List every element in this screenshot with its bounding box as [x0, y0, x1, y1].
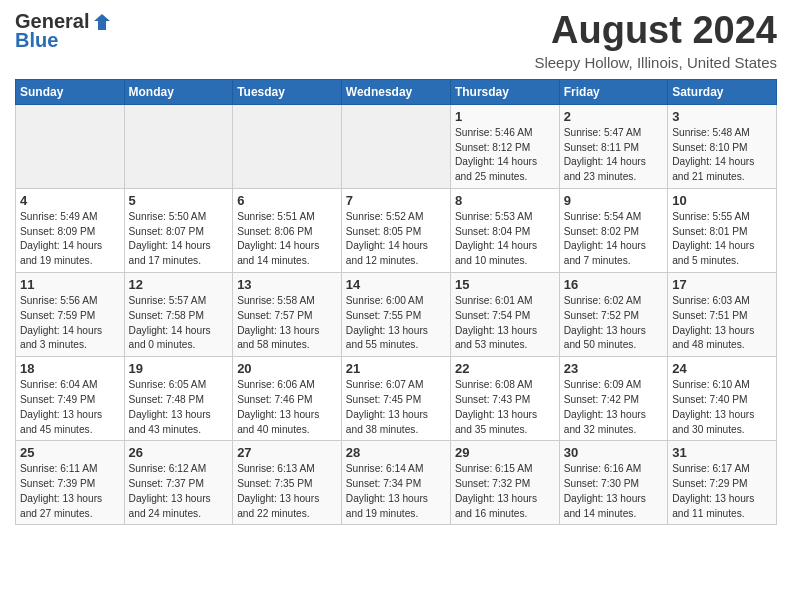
day-number: 25 — [20, 445, 120, 460]
logo-icon — [91, 11, 113, 33]
day-header-sunday: Sunday — [16, 79, 125, 104]
day-number: 24 — [672, 361, 772, 376]
day-detail: Sunrise: 5:51 AMSunset: 8:06 PMDaylight:… — [237, 210, 337, 269]
day-number: 11 — [20, 277, 120, 292]
day-number: 19 — [129, 361, 229, 376]
day-number: 31 — [672, 445, 772, 460]
calendar-cell: 5Sunrise: 5:50 AMSunset: 8:07 PMDaylight… — [124, 188, 233, 272]
day-detail: Sunrise: 6:09 AMSunset: 7:42 PMDaylight:… — [564, 378, 663, 437]
day-number: 12 — [129, 277, 229, 292]
day-number: 9 — [564, 193, 663, 208]
day-header-thursday: Thursday — [450, 79, 559, 104]
day-detail: Sunrise: 5:50 AMSunset: 8:07 PMDaylight:… — [129, 210, 229, 269]
calendar-week-2: 4Sunrise: 5:49 AMSunset: 8:09 PMDaylight… — [16, 188, 777, 272]
calendar-cell: 14Sunrise: 6:00 AMSunset: 7:55 PMDayligh… — [341, 273, 450, 357]
calendar-cell: 15Sunrise: 6:01 AMSunset: 7:54 PMDayligh… — [450, 273, 559, 357]
day-detail: Sunrise: 6:00 AMSunset: 7:55 PMDaylight:… — [346, 294, 446, 353]
calendar-cell: 6Sunrise: 5:51 AMSunset: 8:06 PMDaylight… — [233, 188, 342, 272]
calendar-cell: 11Sunrise: 5:56 AMSunset: 7:59 PMDayligh… — [16, 273, 125, 357]
calendar-cell: 31Sunrise: 6:17 AMSunset: 7:29 PMDayligh… — [668, 441, 777, 525]
day-number: 6 — [237, 193, 337, 208]
day-number: 7 — [346, 193, 446, 208]
calendar-cell: 7Sunrise: 5:52 AMSunset: 8:05 PMDaylight… — [341, 188, 450, 272]
day-detail: Sunrise: 5:57 AMSunset: 7:58 PMDaylight:… — [129, 294, 229, 353]
calendar-cell: 28Sunrise: 6:14 AMSunset: 7:34 PMDayligh… — [341, 441, 450, 525]
calendar-cell: 21Sunrise: 6:07 AMSunset: 7:45 PMDayligh… — [341, 357, 450, 441]
day-detail: Sunrise: 6:16 AMSunset: 7:30 PMDaylight:… — [564, 462, 663, 521]
day-detail: Sunrise: 6:06 AMSunset: 7:46 PMDaylight:… — [237, 378, 337, 437]
day-detail: Sunrise: 6:05 AMSunset: 7:48 PMDaylight:… — [129, 378, 229, 437]
day-number: 22 — [455, 361, 555, 376]
day-detail: Sunrise: 6:03 AMSunset: 7:51 PMDaylight:… — [672, 294, 772, 353]
calendar-week-3: 11Sunrise: 5:56 AMSunset: 7:59 PMDayligh… — [16, 273, 777, 357]
day-number: 21 — [346, 361, 446, 376]
day-detail: Sunrise: 5:53 AMSunset: 8:04 PMDaylight:… — [455, 210, 555, 269]
calendar-week-1: 1Sunrise: 5:46 AMSunset: 8:12 PMDaylight… — [16, 104, 777, 188]
header: General Blue August 2024 Sleepy Hollow, … — [15, 10, 777, 71]
day-number: 8 — [455, 193, 555, 208]
calendar-cell: 22Sunrise: 6:08 AMSunset: 7:43 PMDayligh… — [450, 357, 559, 441]
calendar-cell — [124, 104, 233, 188]
calendar-cell: 1Sunrise: 5:46 AMSunset: 8:12 PMDaylight… — [450, 104, 559, 188]
day-detail: Sunrise: 5:56 AMSunset: 7:59 PMDaylight:… — [20, 294, 120, 353]
day-number: 28 — [346, 445, 446, 460]
calendar-cell: 17Sunrise: 6:03 AMSunset: 7:51 PMDayligh… — [668, 273, 777, 357]
day-detail: Sunrise: 5:48 AMSunset: 8:10 PMDaylight:… — [672, 126, 772, 185]
day-detail: Sunrise: 5:54 AMSunset: 8:02 PMDaylight:… — [564, 210, 663, 269]
day-number: 13 — [237, 277, 337, 292]
calendar-cell: 2Sunrise: 5:47 AMSunset: 8:11 PMDaylight… — [559, 104, 667, 188]
calendar-cell — [341, 104, 450, 188]
day-number: 30 — [564, 445, 663, 460]
day-detail: Sunrise: 6:07 AMSunset: 7:45 PMDaylight:… — [346, 378, 446, 437]
day-header-saturday: Saturday — [668, 79, 777, 104]
calendar-cell: 25Sunrise: 6:11 AMSunset: 7:39 PMDayligh… — [16, 441, 125, 525]
calendar-cell: 24Sunrise: 6:10 AMSunset: 7:40 PMDayligh… — [668, 357, 777, 441]
day-number: 1 — [455, 109, 555, 124]
month-year: August 2024 — [534, 10, 777, 52]
calendar-cell — [16, 104, 125, 188]
day-detail: Sunrise: 6:01 AMSunset: 7:54 PMDaylight:… — [455, 294, 555, 353]
day-number: 16 — [564, 277, 663, 292]
day-detail: Sunrise: 6:17 AMSunset: 7:29 PMDaylight:… — [672, 462, 772, 521]
calendar-cell: 12Sunrise: 5:57 AMSunset: 7:58 PMDayligh… — [124, 273, 233, 357]
day-header-wednesday: Wednesday — [341, 79, 450, 104]
day-header-friday: Friday — [559, 79, 667, 104]
day-detail: Sunrise: 5:49 AMSunset: 8:09 PMDaylight:… — [20, 210, 120, 269]
day-detail: Sunrise: 6:12 AMSunset: 7:37 PMDaylight:… — [129, 462, 229, 521]
day-detail: Sunrise: 6:02 AMSunset: 7:52 PMDaylight:… — [564, 294, 663, 353]
calendar: SundayMondayTuesdayWednesdayThursdayFrid… — [15, 79, 777, 526]
location: Sleepy Hollow, Illinois, United States — [534, 54, 777, 71]
calendar-week-4: 18Sunrise: 6:04 AMSunset: 7:49 PMDayligh… — [16, 357, 777, 441]
day-number: 27 — [237, 445, 337, 460]
logo: General Blue — [15, 10, 113, 52]
day-number: 18 — [20, 361, 120, 376]
day-number: 5 — [129, 193, 229, 208]
calendar-cell — [233, 104, 342, 188]
calendar-cell: 8Sunrise: 5:53 AMSunset: 8:04 PMDaylight… — [450, 188, 559, 272]
calendar-cell: 30Sunrise: 6:16 AMSunset: 7:30 PMDayligh… — [559, 441, 667, 525]
day-number: 14 — [346, 277, 446, 292]
day-number: 10 — [672, 193, 772, 208]
day-number: 23 — [564, 361, 663, 376]
day-detail: Sunrise: 5:47 AMSunset: 8:11 PMDaylight:… — [564, 126, 663, 185]
day-number: 2 — [564, 109, 663, 124]
title-area: August 2024 Sleepy Hollow, Illinois, Uni… — [534, 10, 777, 71]
calendar-cell: 26Sunrise: 6:12 AMSunset: 7:37 PMDayligh… — [124, 441, 233, 525]
day-number: 20 — [237, 361, 337, 376]
day-detail: Sunrise: 6:08 AMSunset: 7:43 PMDaylight:… — [455, 378, 555, 437]
day-detail: Sunrise: 6:15 AMSunset: 7:32 PMDaylight:… — [455, 462, 555, 521]
day-header-monday: Monday — [124, 79, 233, 104]
day-detail: Sunrise: 5:55 AMSunset: 8:01 PMDaylight:… — [672, 210, 772, 269]
calendar-cell: 13Sunrise: 5:58 AMSunset: 7:57 PMDayligh… — [233, 273, 342, 357]
day-detail: Sunrise: 6:04 AMSunset: 7:49 PMDaylight:… — [20, 378, 120, 437]
calendar-cell: 4Sunrise: 5:49 AMSunset: 8:09 PMDaylight… — [16, 188, 125, 272]
calendar-week-5: 25Sunrise: 6:11 AMSunset: 7:39 PMDayligh… — [16, 441, 777, 525]
calendar-cell: 9Sunrise: 5:54 AMSunset: 8:02 PMDaylight… — [559, 188, 667, 272]
day-detail: Sunrise: 6:10 AMSunset: 7:40 PMDaylight:… — [672, 378, 772, 437]
calendar-cell: 20Sunrise: 6:06 AMSunset: 7:46 PMDayligh… — [233, 357, 342, 441]
day-number: 17 — [672, 277, 772, 292]
calendar-cell: 19Sunrise: 6:05 AMSunset: 7:48 PMDayligh… — [124, 357, 233, 441]
logo-blue: Blue — [15, 29, 58, 52]
calendar-cell: 29Sunrise: 6:15 AMSunset: 7:32 PMDayligh… — [450, 441, 559, 525]
day-detail: Sunrise: 5:58 AMSunset: 7:57 PMDaylight:… — [237, 294, 337, 353]
